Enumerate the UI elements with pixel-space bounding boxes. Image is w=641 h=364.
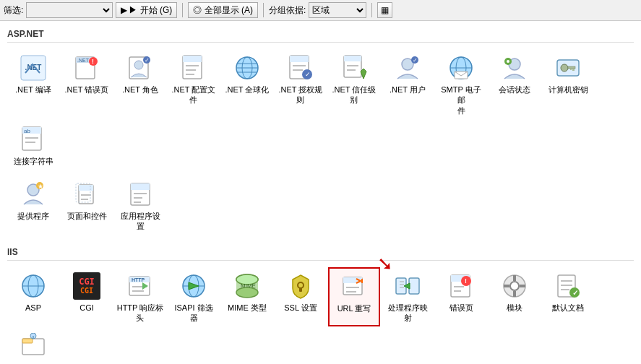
svg-text:!: ! <box>465 277 467 285</box>
svg-rect-22 <box>290 56 309 62</box>
svg-text:★: ★ <box>38 183 43 190</box>
http-headers-label: HTTP 响应标头 <box>117 303 164 324</box>
icon-smtp-email[interactable]: SMTP 电子邮件 <box>435 49 487 119</box>
net-global-label: .NET 全球化 <box>225 84 270 95</box>
icon-asp-box <box>18 271 48 301</box>
icon-ssl-settings[interactable]: SSL 设置 <box>275 267 327 327</box>
handler-map-label: 处理程序映射 <box>388 303 428 324</box>
net-compile-label: .NET 编译 <box>15 84 51 95</box>
machine-key-label: 计算机密钥 <box>548 84 588 95</box>
svg-text:MIME: MIME <box>241 282 256 289</box>
cgi-icon-graphic: CGI CGI <box>73 272 100 300</box>
view-button[interactable]: ▦ <box>377 2 392 18</box>
icon-mime-types[interactable]: MIME MIME 类型 <box>221 267 273 327</box>
icon-dir-browse[interactable]: 目录浏览 <box>7 328 59 364</box>
icon-isapi-filter[interactable]: ISAPI 筛选器 <box>168 267 220 327</box>
isapi-filter-label: ISAPI 筛选器 <box>174 303 212 324</box>
icon-net-compile-box: .NET <box>18 53 48 83</box>
aspnet-icons-grid: .NET .NET 编译 .NET ! .NET 错误页 <box>7 46 634 173</box>
svg-rect-60 <box>131 183 150 190</box>
net-config-label: .NET 配置文件 <box>172 84 216 105</box>
icon-default-doc[interactable]: ✓ 默认文档 <box>542 267 594 327</box>
svg-rect-105 <box>520 285 525 287</box>
machine-key-icon <box>554 54 582 82</box>
isapi-filter-icon <box>180 272 207 300</box>
icon-asp[interactable]: ASP <box>7 267 59 327</box>
default-doc-icon: ✓ <box>554 272 582 300</box>
icon-net-global-box <box>232 53 262 83</box>
net-config-icon <box>180 54 207 82</box>
smtp-email-icon <box>447 54 475 82</box>
icon-net-role-box: ✓ <box>125 53 155 83</box>
icon-modules[interactable]: 模块 <box>489 267 541 327</box>
session-state-label: 会话状态 <box>499 84 530 95</box>
provider-icon: ★ <box>20 181 47 208</box>
icon-provider-box: ★ <box>18 179 48 209</box>
group-label: 分组依据: <box>269 4 306 17</box>
icon-net-role[interactable]: ✓ .NET 角色 <box>114 49 166 119</box>
icon-connect-str[interactable]: ab 连接字符串 <box>7 121 59 170</box>
icon-net-config[interactable]: .NET 配置文件 <box>168 49 220 119</box>
svg-rect-102 <box>513 275 516 281</box>
handler-map-icon <box>394 272 421 300</box>
icon-session-state-box <box>499 53 530 83</box>
smtp-email-label: SMTP 电子邮件 <box>437 84 485 116</box>
filter-label: 筛选: <box>4 4 23 17</box>
icon-handler-map[interactable]: 处理程序映射 <box>382 267 434 327</box>
svg-rect-43 <box>568 66 575 69</box>
net-role-icon: ✓ <box>126 54 154 82</box>
icon-net-config-box <box>178 53 209 83</box>
net-trust-icon <box>340 54 368 82</box>
net-error-icon: .NET ! <box>73 54 100 82</box>
view-icon: ▦ <box>381 5 389 15</box>
group-select[interactable]: 区域 <box>309 2 366 18</box>
aspnet-row2-icons-grid: ★ 提供程序 页面和控件 <box>7 173 634 238</box>
icon-handler-map-box <box>392 271 423 301</box>
svg-text:!: ! <box>92 58 94 65</box>
icon-net-compile[interactable]: .NET .NET 编译 <box>7 49 59 119</box>
icon-http-headers-box: HTTP <box>125 271 155 301</box>
start-icon: ▶ <box>121 5 127 15</box>
icon-app-settings[interactable]: 应用程序设置 <box>114 176 166 235</box>
separator-3 <box>371 3 372 17</box>
svg-rect-12 <box>183 56 202 62</box>
svg-text:.NET: .NET <box>77 58 90 63</box>
icon-connect-str-box: ab <box>18 124 48 155</box>
icon-http-headers[interactable]: HTTP HTTP 响应标头 <box>114 267 166 327</box>
default-doc-label: 默认文档 <box>552 303 584 313</box>
icon-cgi[interactable]: CGI CGI CGI <box>61 267 113 327</box>
svg-text:✓: ✓ <box>145 57 150 64</box>
net-auth-icon: ✓ <box>287 54 314 82</box>
show-all-label: ◎ 全部显示 (A) <box>193 4 253 17</box>
separator-1 <box>182 3 183 17</box>
icon-provider[interactable]: ★ 提供程序 <box>7 176 59 235</box>
app-settings-icon <box>126 181 154 208</box>
icon-net-trust[interactable]: .NET 信任级别 <box>328 49 380 119</box>
svg-point-79 <box>236 287 258 298</box>
asp-icon <box>20 272 47 300</box>
section-iis-title: IIS <box>7 243 634 261</box>
start-button[interactable]: ▶ ▶ 开始 (G) <box>116 2 177 18</box>
icon-net-error[interactable]: .NET ! .NET 错误页 <box>61 49 113 119</box>
icon-machine-key-box <box>553 53 583 83</box>
ssl-settings-icon <box>287 272 314 300</box>
net-auth-label: .NET 授权规则 <box>279 84 323 105</box>
icon-net-global[interactable]: .NET 全球化 <box>221 49 273 119</box>
icon-machine-key[interactable]: 计算机密钥 <box>542 49 594 119</box>
url-rewrite-icon <box>340 273 368 300</box>
icon-error-pages[interactable]: ! 错误页 <box>435 267 487 327</box>
icon-net-auth[interactable]: ✓ .NET 授权规则 <box>275 49 327 119</box>
icon-app-settings-box <box>125 179 155 209</box>
svg-text:HTTP: HTTP <box>132 277 145 282</box>
icon-url-rewrite[interactable]: ➘ URL 重写 <box>328 267 380 327</box>
show-all-button[interactable]: ◎ 全部显示 (A) <box>188 2 258 18</box>
icon-pages-controls[interactable]: 页面和控件 <box>61 176 113 235</box>
net-user-icon: ✓ <box>394 54 421 82</box>
net-user-label: .NET 用户 <box>390 84 426 95</box>
svg-rect-44 <box>572 69 575 71</box>
icon-session-state[interactable]: 会话状态 <box>489 49 541 119</box>
icon-net-user[interactable]: ✓ .NET 用户 <box>382 49 434 119</box>
net-trust-label: .NET 信任级别 <box>332 84 377 105</box>
filter-select[interactable] <box>26 2 113 18</box>
net-role-label: .NET 角色 <box>122 84 158 95</box>
